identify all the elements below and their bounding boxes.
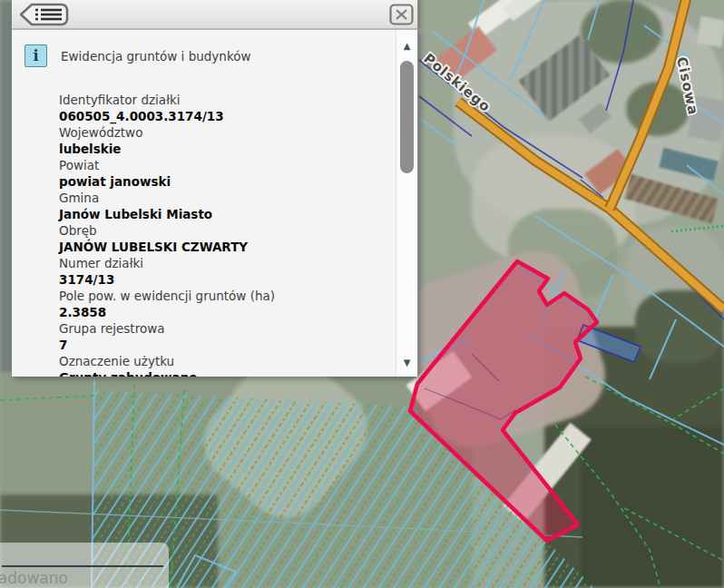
field-value: 3174/13 xyxy=(59,271,386,288)
field-label: Pole pow. w ewidencji gruntów (ha) xyxy=(59,288,386,304)
close-button[interactable] xyxy=(389,4,414,25)
loading-status-text: ładowano xyxy=(0,569,68,587)
field-value: JANÓW LUBELSKI CZWARTY xyxy=(59,239,386,255)
vegetation-marks xyxy=(671,226,724,231)
field-value: 2.3858 xyxy=(59,304,386,320)
scroll-up-button[interactable]: ▲ xyxy=(396,41,417,51)
field-label: Województwo xyxy=(59,124,386,141)
field-value: lubelskie xyxy=(59,141,386,157)
road-polskiego xyxy=(458,102,724,309)
scrollbar-thumb[interactable] xyxy=(400,61,414,173)
field-value: Janów Lubelski Miasto xyxy=(59,206,386,222)
panel-title: Ewidencja gruntów i budynków xyxy=(61,49,251,64)
field-label: Grupa rejestrowa xyxy=(59,320,386,337)
field-value: powiat janowski xyxy=(59,173,386,190)
info-icon: i xyxy=(24,44,47,67)
field-label: Obręb xyxy=(59,222,386,239)
results-list-button[interactable] xyxy=(17,3,70,26)
field-label: Gmina xyxy=(59,190,386,206)
field-label: Oznaczenie użytku xyxy=(59,353,386,369)
popup-toolbar xyxy=(12,0,418,30)
vertical-scrollbar[interactable]: ▲ ▼ xyxy=(396,30,417,377)
panel-header: i Ewidencja gruntów i budynków xyxy=(24,44,251,67)
field-value: 7 xyxy=(59,337,386,353)
field-value: Grunty zabudowane xyxy=(59,369,386,377)
scroll-down-button[interactable]: ▼ xyxy=(396,358,417,368)
field-value: 060505_4.0003.3174/13 xyxy=(59,108,386,124)
field-label: Powiat xyxy=(59,157,386,173)
field-label: Identyfikator działki xyxy=(59,92,386,108)
parcel-info-panel: i Ewidencja gruntów i budynków Identyfik… xyxy=(12,30,418,377)
map-status-widget: ładowano xyxy=(0,543,169,588)
scale-bar xyxy=(2,565,163,567)
fields: Identyfikator działki060505_4.0003.3174/… xyxy=(59,92,386,377)
field-label: Numer działki xyxy=(59,255,386,271)
road-cisowa xyxy=(610,0,687,209)
street-label-cisowa: Cisowa xyxy=(673,55,701,117)
